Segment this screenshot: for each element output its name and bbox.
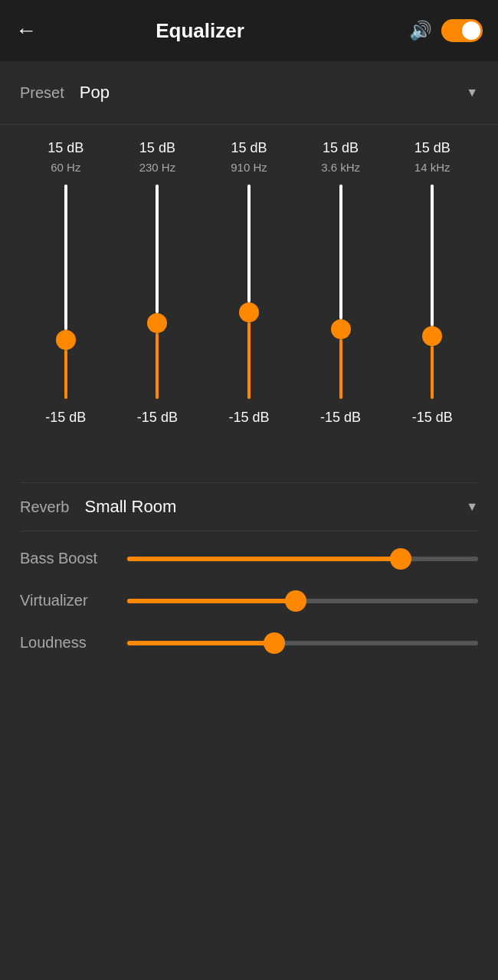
effect-slider-0[interactable] [127,557,478,561]
eq-db-bottom-0: -15 dB [45,410,86,426]
header-icons: 🔊 [409,19,483,42]
effect-label-2: Loudness [20,634,127,652]
reverb-value: Small Room [84,497,466,517]
eq-track-3[interactable] [339,185,342,399]
eq-freq-3: 3.6 kHz [321,161,360,174]
eq-db-bottom-3: -15 dB [320,410,361,426]
eq-thumb-1[interactable] [147,313,167,333]
eq-db-top-1: 15 dB [139,140,175,156]
eq-thumb-0[interactable] [56,330,76,350]
eq-track-2[interactable] [247,185,251,399]
eq-toggle[interactable] [441,19,483,42]
eq-track-4[interactable] [431,185,434,399]
eq-band-4: 15 dB 14 kHz -15 dB [401,140,463,426]
eq-db-top-3: 15 dB [323,140,359,156]
preset-dropdown-arrow[interactable]: ▼ [466,86,478,100]
eq-band-0: 15 dB 60 Hz -15 dB [35,140,97,426]
eq-db-top-0: 15 dB [48,140,84,156]
effect-row-2: Loudness [20,634,478,652]
effect-thumb-2[interactable] [264,632,285,654]
page-title: Equalizer [49,19,351,43]
eq-track-0[interactable] [64,185,67,399]
eq-thumb-4[interactable] [422,326,442,346]
eq-freq-0: 60 Hz [51,161,80,174]
eq-db-top-4: 15 dB [414,140,450,156]
reverb-dropdown-arrow[interactable]: ▼ [466,500,478,514]
effect-row-0: Bass Boost [20,550,478,567]
bottom-section: Reverb Small Room ▼ Bass Boost Virtualiz… [0,464,498,694]
effect-thumb-0[interactable] [390,548,411,570]
eq-band-1: 15 dB 230 Hz -15 dB [126,140,188,426]
effect-label-0: Bass Boost [20,550,127,567]
eq-db-bottom-2: -15 dB [228,410,269,426]
eq-db-bottom-4: -15 dB [412,410,453,426]
preset-value: Pop [80,83,466,103]
eq-band-3: 15 dB 3.6 kHz -15 dB [310,140,372,426]
effects-container: Bass Boost Virtualizer Loudness [20,550,478,652]
effect-row-1: Virtualizer [20,592,478,609]
preset-row[interactable]: Preset Pop ▼ [0,61,498,125]
eq-thumb-3[interactable] [331,319,351,339]
eq-band-2: 15 dB 910 Hz -15 dB [218,140,280,426]
reverb-row[interactable]: Reverb Small Room ▼ [20,482,478,531]
back-button[interactable]: ← [15,18,37,43]
eq-freq-1: 230 Hz [139,161,176,174]
eq-freq-2: 910 Hz [231,161,267,174]
effect-thumb-1[interactable] [285,590,306,612]
header: ← Equalizer 🔊 [0,0,498,61]
eq-db-bottom-1: -15 dB [137,410,178,426]
reverb-label: Reverb [20,498,69,516]
effect-label-1: Virtualizer [20,592,127,609]
eq-db-top-2: 15 dB [231,140,267,156]
speaker-icon[interactable]: 🔊 [409,20,432,41]
effect-slider-1[interactable] [127,599,478,603]
eq-freq-4: 14 kHz [414,161,450,174]
effect-slider-2[interactable] [127,641,478,645]
eq-area: 15 dB 60 Hz -15 dB 15 dB 230 Hz -15 dB 1… [0,125,498,449]
eq-track-1[interactable] [156,185,159,399]
preset-label: Preset [20,84,64,102]
eq-thumb-2[interactable] [239,302,259,322]
eq-sliders: 15 dB 60 Hz -15 dB 15 dB 230 Hz -15 dB 1… [20,132,478,433]
